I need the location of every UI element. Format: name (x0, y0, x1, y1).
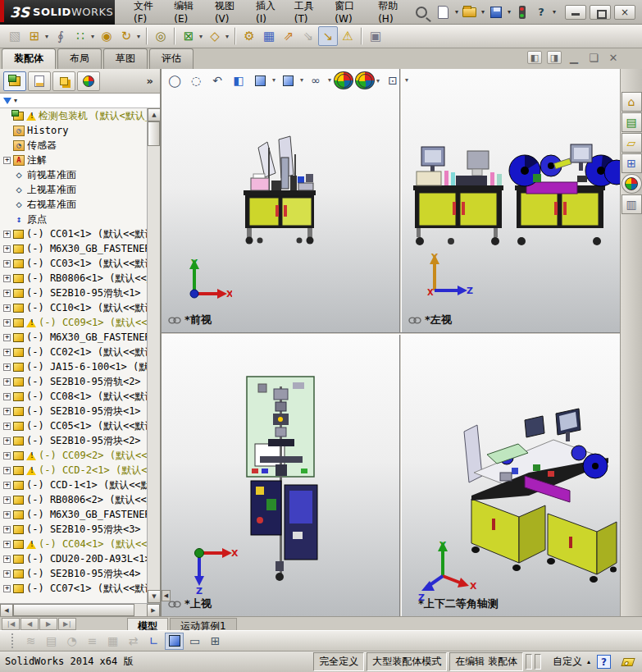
expand-icon[interactable] (3, 511, 11, 519)
expand-icon[interactable] (3, 423, 11, 430)
viewport-top[interactable]: X Z *上视 (162, 335, 399, 616)
tree-item[interactable]: (-) CDU20-20D-A93L<1> ( (0, 551, 147, 566)
tree-item[interactable]: History (0, 123, 147, 138)
new-document-button[interactable] (435, 4, 452, 21)
expand-icon[interactable] (3, 157, 11, 164)
tree-item[interactable]: (-) SE2B10-95滑块<2> (默 (0, 433, 147, 448)
smart-fasteners-button[interactable]: ◉ (97, 26, 116, 46)
tree-item[interactable]: (-) CC02<1> (默认<<默认 (0, 345, 147, 359)
menu-item[interactable]: 视图(V) (207, 0, 247, 28)
viewport-left[interactable]: Y Z X *左视 (402, 69, 620, 332)
feature-manager-tab[interactable] (3, 71, 26, 91)
edit-appearance-button[interactable] (334, 71, 353, 89)
filter-icon[interactable] (3, 98, 11, 104)
scroll-right-button[interactable]: ▶ (147, 604, 160, 617)
expand-icon[interactable] (3, 585, 11, 592)
motion-study-button[interactable]: ⚙ (239, 26, 259, 46)
tab-evaluate[interactable]: 评估 (149, 48, 194, 69)
open-caret[interactable]: ▾ (481, 8, 485, 16)
show-hidden-components-button[interactable]: ◎ (151, 26, 171, 46)
reference-geometry-button[interactable]: ◇ (205, 26, 225, 46)
tree-item[interactable]: 上视基准面 (0, 182, 147, 197)
menu-item[interactable]: 编辑(E) (166, 0, 206, 28)
menu-item[interactable]: 工具(T) (287, 0, 326, 28)
tree-item[interactable]: (-) CC09<1> (默认<<默 (0, 315, 147, 330)
display-manager-tab[interactable] (77, 71, 100, 91)
expand-icon[interactable] (3, 378, 11, 386)
expand-icon[interactable] (3, 526, 11, 533)
expand-icon[interactable] (3, 363, 11, 371)
zoom-area-button[interactable]: ◌ (186, 71, 206, 89)
tag-icon[interactable] (621, 658, 635, 666)
new-document-caret[interactable]: ▾ (455, 8, 458, 16)
pane-right-button[interactable]: ◨ (547, 51, 562, 64)
last-tab-button[interactable]: ▶∣ (58, 618, 76, 630)
tree-item[interactable]: (-) M6X30_GB_FASTENER_S (0, 507, 147, 522)
tree-item[interactable]: 右视基准面 (0, 197, 147, 212)
tree-item[interactable]: (-) SE2B10-95滑块<3> (默 (0, 522, 147, 537)
horizontal-splitter[interactable] (162, 332, 620, 335)
minimize-button[interactable] (565, 5, 586, 20)
vertical-splitter[interactable] (399, 69, 402, 616)
tree-item[interactable]: (-) SE2B10-95滑块<4> (默 (0, 566, 147, 581)
shaded-view-button[interactable] (165, 633, 184, 650)
hscroll-thumb[interactable] (13, 604, 134, 616)
task-pane-home-tab[interactable]: ⌂ (622, 92, 642, 112)
filter-caret[interactable]: ▾ (14, 97, 17, 104)
section-view-button[interactable]: ◧ (229, 71, 248, 89)
property-manager-tab[interactable] (28, 71, 51, 91)
expand-icon[interactable] (3, 349, 11, 356)
tree-item[interactable]: (-) CC05<1> (默认<<默认 (0, 418, 147, 433)
expand-icon[interactable] (3, 334, 11, 341)
display-states-button[interactable]: ▤ (42, 633, 61, 650)
render-preview-button[interactable]: ▣ (366, 26, 385, 46)
panel-chevron[interactable]: » (147, 75, 157, 87)
menu-item[interactable]: 插入(I) (248, 0, 285, 28)
tree-item[interactable]: (-) SE2B10-95滑块<1> (默 (0, 404, 147, 418)
tab-layout[interactable]: 布局 (57, 48, 102, 69)
move-component-button[interactable]: ↻ (116, 26, 136, 46)
restore-button[interactable] (590, 5, 611, 20)
tree-item[interactable]: (-) CCD-1<1> (默认<<默认 (0, 478, 147, 492)
draft-analysis-button[interactable]: ◔ (62, 633, 81, 650)
tab-sketch[interactable]: 草图 (103, 48, 148, 69)
toolbar-grip[interactable] (11, 633, 15, 648)
single-viewport-button[interactable]: ▭ (185, 633, 204, 650)
insert-component-button[interactable]: ⊞ (25, 26, 44, 46)
explode-line-sketch-button[interactable]: ⇘ (298, 26, 318, 46)
tree-item[interactable]: (-) CC03<1> (默认<<默认 (0, 256, 147, 271)
assembly-features-button[interactable]: ⊠ (179, 26, 198, 46)
customize-button[interactable]: 自定义 ▴ (553, 655, 590, 669)
expand-icon[interactable] (3, 541, 11, 548)
tree-item[interactable]: (-) CC04<1> (默认<<默 (0, 537, 147, 551)
close-button[interactable]: × (614, 5, 635, 20)
menu-item[interactable]: 窗口(W) (327, 0, 369, 28)
expand-icon[interactable] (3, 275, 11, 282)
interference-detection-button[interactable]: ⚠ (338, 26, 357, 46)
doc-restore-button[interactable]: ❏ (586, 51, 601, 64)
expand-icon[interactable] (3, 467, 11, 474)
expand-icon[interactable] (3, 482, 11, 489)
tree-item[interactable]: (-) SE2B10-95滑轨<2> (默 (0, 374, 147, 389)
expand-icon[interactable] (3, 245, 11, 253)
status-help-button[interactable]: ? (597, 655, 611, 669)
expand-icon[interactable] (3, 555, 11, 563)
tab-assembly[interactable]: 装配体 (2, 48, 56, 69)
tree-scrollbar[interactable]: ▲ ▼ (147, 108, 160, 603)
save-caret[interactable]: ▾ (508, 8, 511, 16)
doc-minimize-button[interactable]: ▁ (567, 51, 581, 64)
custom-properties-tab[interactable]: ▥ (622, 194, 642, 214)
tree-item[interactable]: (-) CC10<1> (默认<<默认 (0, 300, 147, 315)
scroll-up-button[interactable]: ▲ (148, 108, 160, 121)
linear-pattern-button[interactable]: ∷ (71, 26, 90, 46)
view-orientation-button[interactable] (250, 71, 270, 89)
expand-icon[interactable] (3, 304, 11, 312)
pane-left-button[interactable]: ◧ (527, 51, 542, 64)
tree-item[interactable]: (-) CC07<1> (默认<<默认 (0, 581, 147, 596)
bill-of-materials-button[interactable]: ▦ (259, 26, 279, 46)
open-document-button[interactable] (462, 4, 478, 21)
four-viewport-button[interactable]: ⊞ (206, 633, 225, 650)
tree-item[interactable]: 检测包装机 (默认<默认_显 (0, 108, 147, 123)
viewport-front[interactable]: Y X *前视 (162, 69, 399, 332)
exploded-view-button[interactable]: ⇗ (279, 26, 298, 46)
